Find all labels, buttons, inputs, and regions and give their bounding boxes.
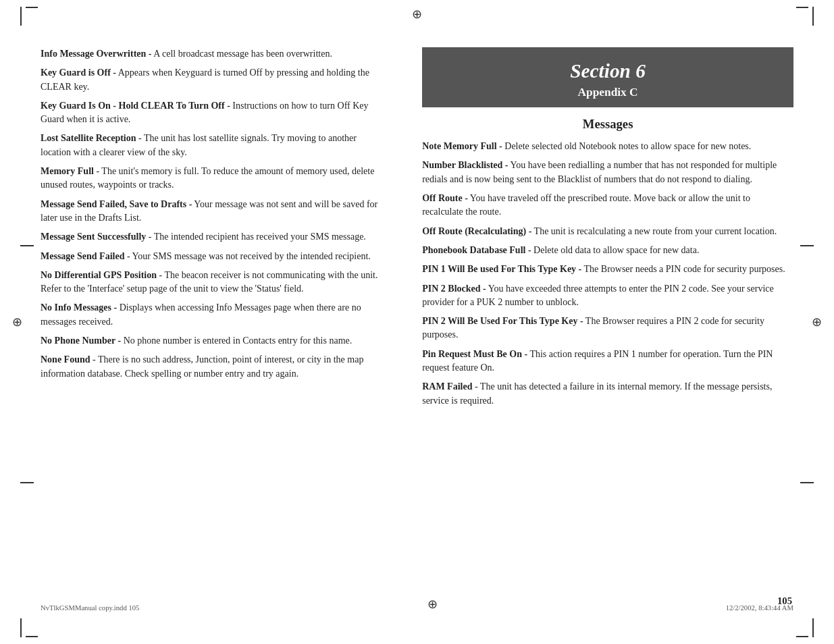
entry-off-route-recalculating: Off Route (Recalculating) - The unit is … [422, 225, 793, 238]
entry-note-memory-full: Note Memory Full - Delete selected old N… [422, 140, 793, 153]
entry-bold: Key Guard Is On - Hold CLEAR To Turn Off… [41, 101, 230, 111]
entry-bold: None Found [41, 354, 90, 365]
entry-bold: Info Message Overwritten - [41, 49, 151, 59]
right-crosshair-icon: ⊕ [812, 315, 822, 329]
entry-bold: No Differential GPS Position [41, 270, 157, 280]
corner-tl [20, 7, 38, 26]
entry-bold: Note Memory Full - [422, 141, 502, 151]
entry-bold: No Phone Number - [41, 336, 121, 346]
entry-no-differential-gps: No Differential GPS Position - The beaco… [41, 269, 382, 296]
entry-off-route: Off Route - You have traveled off the pr… [422, 192, 793, 219]
top-crosshair-icon: ⊕ [412, 7, 422, 22]
entry-pin-request-must-be-on: Pin Request Must Be On - This action req… [422, 348, 793, 375]
corner-bl [20, 618, 38, 637]
side-mark-right-bottom [800, 482, 814, 483]
entry-message-sent-successfully: Message Sent Successfully - The intended… [41, 230, 382, 244]
left-column: Info Message Overwritten - A cell broadc… [41, 41, 402, 594]
entry-text: A cell broadcast message has been overwr… [151, 49, 332, 59]
entry-key-guard-off: Key Guard is Off - Appears when Keyguard… [41, 66, 382, 94]
page-number: 105 [777, 595, 792, 607]
entry-phonebook-full: Phonebook Database Full - Delete old dat… [422, 244, 793, 257]
entry-bold: Number Blacklisted - [422, 160, 508, 170]
entry-text: - The unit has detected a failure in its… [422, 381, 772, 405]
entry-bold: PIN 2 Blocked - [422, 284, 486, 294]
entry-text: - Your SMS message was not received by t… [124, 251, 370, 261]
main-content: Info Message Overwritten - A cell broadc… [0, 41, 834, 594]
corner-line-h-bl [26, 636, 38, 637]
entry-bold: Message Sent Successfully [41, 232, 146, 242]
entry-ram-failed: RAM Failed - The unit has detected a fai… [422, 380, 793, 408]
entry-key-guard-on: Key Guard Is On - Hold CLEAR To Turn Off… [41, 99, 382, 127]
entry-bold: Message Send Failed [41, 251, 124, 261]
corner-line-v-bl [20, 618, 22, 637]
entry-bold: Memory Full [41, 166, 94, 176]
entry-lost-satellite: Lost Satellite Reception - The unit has … [41, 132, 382, 159]
corner-line-v-tl [20, 7, 22, 26]
corner-tr [796, 7, 814, 26]
entry-bold: Off Route (Recalculating) - [422, 226, 531, 236]
entry-pin2-will-be-used: PIN 2 Will Be Used For This Type Key - T… [422, 315, 793, 342]
entry-number-blacklisted: Number Blacklisted - You have been redia… [422, 159, 793, 186]
entry-bold: Message Send Failed, Save to Drafts - [41, 199, 192, 209]
entry-text: The unit is recalculating a new route fr… [531, 226, 777, 236]
entry-pin2-blocked: PIN 2 Blocked - You have exceeded three … [422, 282, 793, 310]
side-mark-right-top [800, 245, 814, 246]
entry-bold: Phonebook Database Full - [422, 245, 531, 255]
section-number: Section 6 [436, 59, 780, 83]
bottom-info-bar: NvTlkGSMManual copy.indd 105 ⊕ 12/2/2002… [0, 594, 834, 617]
entry-none-found: None Found - There is no such address, J… [41, 353, 382, 381]
entry-text: No phone number is entered in Contacts e… [121, 336, 352, 346]
corner-line-h-br [796, 636, 808, 637]
entry-text: The Browser needs a PIN code for securit… [581, 264, 785, 274]
entry-bold: Key Guard is Off - [41, 68, 116, 78]
page: ⊕ ⊕ ⊕ Info Message Overwritten - A [0, 0, 834, 644]
side-mark-left-bottom [20, 482, 34, 483]
entry-text: You have traveled off the prescribed rou… [422, 193, 750, 217]
entry-message-send-failed-drafts: Message Send Failed, Save to Drafts - Yo… [41, 198, 382, 225]
corner-line-v-tr [812, 7, 814, 26]
entry-pin1-will-be-used: PIN 1 Will Be used For This Type Key - T… [422, 263, 793, 276]
corner-br [796, 618, 814, 637]
entry-bold: Off Route - [422, 193, 468, 203]
section-header-box: Section 6 Appendix C [422, 47, 793, 107]
entry-bold: PIN 2 Will Be Used For This Type Key - [422, 316, 583, 326]
entry-message-send-failed: Message Send Failed - Your SMS message w… [41, 250, 382, 263]
corner-line-v-br [812, 618, 814, 637]
entry-bold: Lost Satellite Reception [41, 133, 136, 143]
entry-no-phone-number: No Phone Number - No phone number is ent… [41, 334, 382, 348]
bottom-crosshair-icon: ⊕ [427, 597, 438, 612]
entry-info-overwritten: Info Message Overwritten - A cell broadc… [41, 47, 382, 61]
entry-text: Delete old data to allow space for new d… [531, 245, 700, 255]
entry-no-info-messages: No Info Messages - Displays when accessi… [41, 301, 382, 329]
entry-memory-full: Memory Full - The unit's memory is full.… [41, 165, 382, 192]
file-info-left: NvTlkGSMManual copy.indd 105 [41, 604, 139, 612]
bottom-border [0, 617, 834, 644]
entry-text: Delete selected old Notebook notes to al… [502, 141, 752, 151]
left-crosshair-icon: ⊕ [12, 315, 22, 329]
top-border: ⊕ [0, 0, 834, 41]
corner-line-h-tr [796, 7, 808, 8]
entry-bold: RAM Failed [422, 381, 472, 392]
corner-line-h-tl [26, 7, 38, 8]
section-appendix: Appendix C [436, 86, 780, 99]
entry-bold: PIN 1 Will Be used For This Type Key - [422, 264, 581, 274]
section-title: Messages [422, 117, 793, 132]
side-mark-left-top [20, 245, 34, 246]
entry-bold: Pin Request Must Be On - [422, 349, 527, 359]
entry-bold: No Info Messages - [41, 302, 117, 313]
entry-text: - The intended recipient has received yo… [146, 232, 366, 242]
right-column: Section 6 Appendix C Messages Note Memor… [402, 41, 793, 594]
